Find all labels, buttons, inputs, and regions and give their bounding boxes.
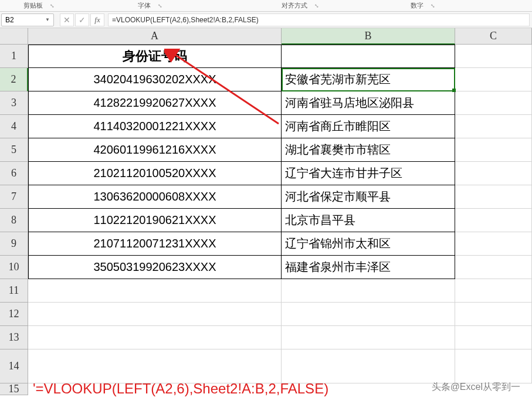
cell-c8[interactable] [455, 209, 532, 232]
cell-b5[interactable]: 湖北省襄樊市市辖区 [282, 138, 455, 162]
row-header-2[interactable]: 2 [0, 68, 28, 91]
cell-b7[interactable]: 河北省保定市顺平县 [282, 185, 455, 209]
cell-a3[interactable]: 41282219920627XXXX [28, 91, 282, 115]
grid-row-14 [28, 349, 532, 383]
row-header-14[interactable]: 14 [0, 349, 28, 383]
name-box-value: B2 [5, 16, 14, 24]
expand-icon[interactable]: ⤡ [314, 3, 319, 9]
cell-b1[interactable] [282, 45, 455, 68]
cell-c9[interactable] [455, 232, 532, 256]
cell-c3[interactable] [455, 91, 532, 115]
row-header-3[interactable]: 3 [0, 91, 28, 115]
ribbon-group-clipboard[interactable]: 剪贴板 ⤡ [23, 1, 55, 10]
ribbon-group-font[interactable]: 字体 ⤡ [138, 1, 162, 10]
row-header-13[interactable]: 13 [0, 326, 28, 349]
ribbon-group-alignment[interactable]: 对齐方式 ⤡ [282, 1, 319, 10]
cell-c10[interactable] [455, 256, 532, 279]
column-header-b[interactable]: B [282, 28, 455, 45]
cell-c5[interactable] [455, 138, 532, 162]
cell-b11[interactable] [282, 279, 455, 303]
grid-row-13 [28, 326, 532, 349]
row-headers: 1 2 3 4 5 6 7 8 9 10 11 12 13 14 15 [0, 45, 28, 395]
grid-row-6: 21021120100520XXXX 辽宁省大连市甘井子区 [28, 162, 532, 185]
cell-b12[interactable] [282, 303, 455, 326]
watermark: 头条@Excel从零到一 [432, 381, 520, 393]
grid-row-2: 34020419630202XXXX 安徽省芜湖市新芜区 [28, 68, 532, 91]
cell-c7[interactable] [455, 185, 532, 209]
formula-bar[interactable]: =VLOOKUP(LEFT(A2,6),Sheet2!A:B,2,FALSE) [108, 13, 530, 26]
formula-bar-value: =VLOOKUP(LEFT(A2,6),Sheet2!A:B,2,FALSE) [112, 16, 259, 24]
row-header-6[interactable]: 6 [0, 162, 28, 185]
grid-row-5: 42060119961216XXXX 湖北省襄樊市市辖区 [28, 138, 532, 162]
cell-c13[interactable] [455, 326, 532, 349]
formula-button-group: ✕ ✓ fx [60, 13, 104, 26]
cell-a14[interactable] [28, 349, 282, 383]
row-header-7[interactable]: 7 [0, 185, 28, 209]
expand-icon[interactable]: ⤡ [431, 3, 435, 9]
cell-c1[interactable] [455, 45, 532, 68]
row-header-5[interactable]: 5 [0, 138, 28, 162]
grid-row-4: 41140320001221XXXX 河南省商丘市睢阳区 [28, 115, 532, 138]
cell-b13[interactable] [282, 326, 455, 349]
cell-a4[interactable]: 41140320001221XXXX [28, 115, 282, 138]
cell-c11[interactable] [455, 279, 532, 303]
row-header-11[interactable]: 11 [0, 279, 28, 303]
cell-b4[interactable]: 河南省商丘市睢阳区 [282, 115, 455, 138]
cell-a13[interactable] [28, 326, 282, 349]
chevron-down-icon[interactable]: ▼ [45, 17, 50, 22]
ribbon-group-number[interactable]: 数字 ⤡ [411, 1, 435, 10]
cell-c14[interactable] [455, 349, 532, 383]
fx-button[interactable]: fx [90, 13, 104, 26]
grid-row-12 [28, 303, 532, 326]
cell-a11[interactable] [28, 279, 282, 303]
row-header-9[interactable]: 9 [0, 232, 28, 256]
formula-confirm-button[interactable]: ✓ [75, 13, 89, 26]
grid-row-7: 13063620000608XXXX 河北省保定市顺平县 [28, 185, 532, 209]
formula-cancel-button[interactable]: ✕ [60, 13, 74, 26]
name-box[interactable]: B2 ▼ [1, 13, 54, 26]
cell-c12[interactable] [455, 303, 532, 326]
column-headers: A B C [28, 28, 532, 45]
cell-b8[interactable]: 北京市昌平县 [282, 209, 455, 232]
cell-b3[interactable]: 河南省驻马店地区泌阳县 [282, 91, 455, 115]
ribbon-label-clipboard: 剪贴板 [23, 1, 43, 10]
row-header-4[interactable]: 4 [0, 115, 28, 138]
expand-icon[interactable]: ⤡ [158, 3, 162, 9]
row-header-15[interactable]: 15 [0, 383, 28, 395]
spreadsheet-area: A B C 1 2 3 4 5 6 7 8 9 10 11 12 13 14 1… [0, 28, 532, 404]
expand-icon[interactable]: ⤡ [50, 3, 55, 9]
namebox-row: B2 ▼ ✕ ✓ fx =VLOOKUP(LEFT(A2,6),Sheet2!A… [0, 12, 532, 28]
row-header-1[interactable]: 1 [0, 45, 28, 68]
cell-b9[interactable]: 辽宁省锦州市太和区 [282, 232, 455, 256]
ribbon-label-number: 数字 [411, 1, 423, 10]
cell-a5[interactable]: 42060119961216XXXX [28, 138, 282, 162]
ribbon-label-font: 字体 [138, 1, 151, 10]
cell-a7[interactable]: 13063620000608XXXX [28, 185, 282, 209]
cell-a2[interactable]: 34020419630202XXXX [28, 68, 282, 91]
cell-b6[interactable]: 辽宁省大连市甘井子区 [282, 162, 455, 185]
grid: 身份证号码 34020419630202XXXX 安徽省芜湖市新芜区 41282… [28, 45, 532, 383]
cell-a10[interactable]: 35050319920623XXXX [28, 256, 282, 279]
cell-c4[interactable] [455, 115, 532, 138]
cell-a12[interactable] [28, 303, 282, 326]
cell-a6[interactable]: 21021120100520XXXX [28, 162, 282, 185]
cell-a9[interactable]: 21071120071231XXXX [28, 232, 282, 256]
cell-a1[interactable]: 身份证号码 [28, 45, 282, 68]
grid-row-1: 身份证号码 [28, 45, 532, 68]
cell-b10[interactable]: 福建省泉州市丰泽区 [282, 256, 455, 279]
column-header-a[interactable]: A [28, 28, 282, 45]
cell-c2[interactable] [455, 68, 532, 91]
grid-row-11 [28, 279, 532, 303]
ribbon-label-alignment: 对齐方式 [282, 1, 307, 10]
row-header-8[interactable]: 8 [0, 209, 28, 232]
row-header-12[interactable]: 12 [0, 303, 28, 326]
cell-b2[interactable]: 安徽省芜湖市新芜区 [282, 68, 455, 91]
cell-b14[interactable] [282, 349, 455, 383]
column-header-c[interactable]: C [455, 28, 532, 45]
row-header-10[interactable]: 10 [0, 256, 28, 279]
select-all-corner[interactable] [0, 28, 28, 45]
grid-row-8: 11022120190621XXXX 北京市昌平县 [28, 209, 532, 232]
fx-icon: fx [94, 15, 100, 25]
cell-c6[interactable] [455, 162, 532, 185]
cell-a8[interactable]: 11022120190621XXXX [28, 209, 282, 232]
